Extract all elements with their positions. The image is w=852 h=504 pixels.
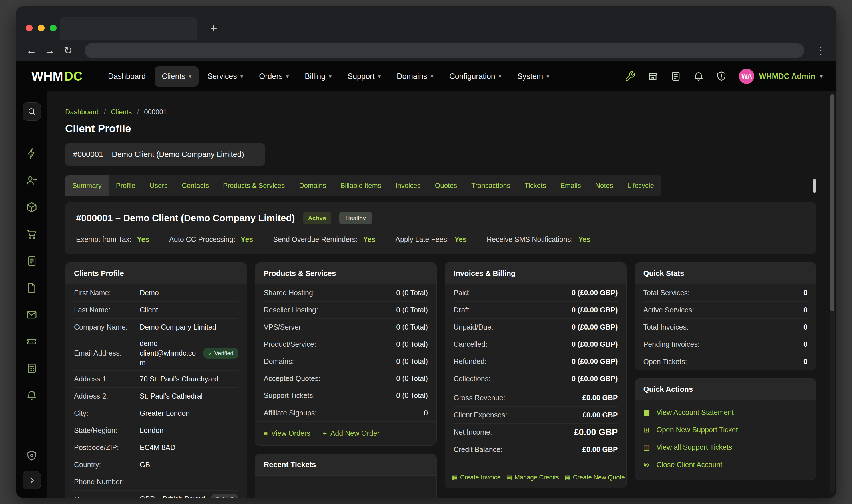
action-label: Close Client Account — [657, 461, 723, 469]
tab[interactable]: Emails — [553, 175, 588, 196]
menu-item[interactable]: Dashboard ▾ — [101, 66, 153, 87]
stat-row: Shared Hosting: 0 (0 Total) — [264, 284, 428, 302]
menu-item[interactable]: System ▾ — [510, 66, 556, 87]
main-menu: Dashboard ▾ Clients ▾ Services ▾ Or — [101, 66, 556, 87]
action-label: View all Support Tickets — [657, 443, 732, 451]
total-value: £0.00 GBP — [582, 446, 618, 454]
tab[interactable]: Transactions — [464, 175, 517, 196]
field-value: GBP – British Pound — [140, 494, 207, 498]
tab[interactable]: Contacts — [175, 175, 216, 196]
close-button[interactable] — [26, 24, 33, 31]
card-link[interactable]: ≡ View Orders — [264, 429, 310, 437]
action-label: Create Invoice — [460, 474, 501, 481]
new-tab-button[interactable]: + — [206, 21, 221, 36]
chevron-down-icon: ▾ — [241, 73, 243, 80]
page-title: Client Profile — [65, 123, 816, 135]
sidebar-expand-button[interactable] — [22, 471, 41, 489]
client-flags: Exempt from Tax: Yes Auto CC Processing:… — [76, 235, 805, 244]
bell-icon[interactable] — [693, 71, 704, 82]
tab[interactable]: Notes — [588, 175, 620, 196]
tab[interactable]: Domains — [292, 175, 333, 196]
cart-icon[interactable] — [26, 229, 37, 240]
shield-alert-icon[interactable] — [716, 71, 727, 82]
wrench-icon[interactable] — [625, 71, 636, 82]
client-tabs: Summary Profile Users Contacts Products … — [65, 175, 661, 196]
quick-action-link[interactable]: ▥ View all Support Tickets — [635, 438, 816, 456]
reload-button[interactable]: ↻ — [60, 42, 76, 58]
field-badge: Verified — [203, 348, 238, 359]
menu-item[interactable]: Support ▾ — [340, 66, 388, 87]
tab[interactable]: Invoices — [388, 175, 428, 196]
chevron-down-icon: ▾ — [378, 73, 381, 80]
invoices-rows: Paid: 0 (£0.00 GBP) Draft: 0 (£0.00 GBP) — [445, 284, 626, 387]
zoom-button[interactable] — [50, 24, 56, 31]
billing-action-link[interactable]: ▦ Create New Quote — [565, 474, 625, 481]
tab[interactable]: Quotes — [428, 175, 464, 196]
menu-item[interactable]: Billing ▾ — [298, 66, 339, 87]
quick-stats-rows: Total Services: 0 Active Services: 0 — [635, 284, 816, 370]
menu-item[interactable]: Configuration ▾ — [442, 66, 509, 87]
avatar[interactable]: WA — [739, 69, 754, 84]
bell-icon[interactable] — [26, 390, 37, 401]
menu-item[interactable]: Services ▾ — [200, 66, 250, 87]
sidebar-search-button[interactable] — [22, 102, 41, 121]
page-scrollbar[interactable] — [830, 94, 835, 493]
quick-action-link[interactable]: ▤ View Account Statement — [635, 404, 816, 421]
tabs-scrollbar[interactable] — [813, 179, 816, 193]
shield-icon[interactable] — [26, 450, 37, 462]
stat-row: Support Tickets: 0 (0 Total) — [264, 387, 428, 404]
breadcrumb-dashboard[interactable]: Dashboard — [65, 108, 99, 116]
flag-value: Yes — [137, 235, 149, 243]
card-link[interactable]: + Add New Order — [323, 429, 379, 437]
mail-icon[interactable] — [26, 309, 37, 320]
back-button[interactable]: ← — [23, 42, 39, 58]
action-icon: ⊗ — [643, 461, 652, 469]
scrollbar-thumb[interactable] — [830, 94, 834, 311]
menu-item[interactable]: Domains ▾ — [390, 66, 440, 87]
file-icon[interactable] — [26, 282, 37, 293]
package-icon[interactable] — [26, 202, 37, 213]
link-label: View Orders — [271, 429, 310, 437]
browser-tab[interactable] — [60, 17, 197, 40]
tab[interactable]: Users — [143, 175, 175, 196]
storefront-icon[interactable] — [647, 71, 658, 82]
tab[interactable]: Summary — [65, 175, 109, 196]
client-selector[interactable]: #000001 – Demo Client (Demo Company Limi… — [65, 143, 265, 166]
quick-action-link[interactable]: ⊗ Close Client Account — [635, 456, 816, 473]
menu-item[interactable]: Clients ▾ — [155, 66, 198, 87]
search-icon — [28, 107, 36, 116]
forward-button[interactable]: → — [42, 42, 58, 58]
minimize-button[interactable] — [38, 24, 45, 31]
invoice-icon[interactable] — [26, 255, 37, 267]
flag-value: Yes — [578, 235, 590, 243]
menu-item[interactable]: Orders ▾ — [252, 66, 296, 87]
account-menu[interactable]: WA WHMDC Admin ▾ — [739, 69, 822, 84]
ticket-icon[interactable] — [26, 336, 37, 347]
action-label: Manage Credits — [515, 474, 559, 481]
card-title: Invoices & Billing — [445, 263, 626, 284]
tab[interactable]: Tickets — [517, 175, 553, 196]
total-label: Client Expenses: — [454, 411, 507, 419]
browser-menu-button[interactable]: ⋮ — [813, 42, 829, 58]
tab[interactable]: Billable Items — [333, 175, 388, 196]
notepad-icon[interactable] — [670, 71, 681, 82]
stat-row: Reseller Hosting: 0 (0 Total) — [264, 302, 428, 319]
tab[interactable]: Products & Services — [216, 175, 292, 196]
stat-label: Total Services: — [643, 289, 690, 297]
billing-action-link[interactable]: ▦ Create Invoice — [452, 474, 501, 481]
total-row: Gross Revenue: £0.00 GBP — [454, 390, 618, 407]
stat-label: Refunded: — [454, 357, 486, 365]
billing-action-link[interactable]: ▤ Manage Credits — [507, 474, 559, 481]
field-label: Email Address: — [74, 349, 140, 357]
window-controls — [26, 24, 56, 31]
stat-row: Product/Service: 0 (0 Total) — [264, 336, 428, 353]
menu-item-label: System — [517, 72, 543, 81]
lightning-icon[interactable] — [26, 148, 37, 159]
tab[interactable]: Lifecycle — [620, 175, 661, 196]
url-bar[interactable] — [85, 43, 804, 58]
calculator-icon[interactable] — [26, 363, 37, 374]
quick-action-link[interactable]: ⊞ Open New Support Ticket — [635, 421, 816, 438]
user-plus-icon[interactable] — [26, 175, 37, 186]
breadcrumb-clients[interactable]: Clients — [111, 108, 132, 116]
tab[interactable]: Profile — [109, 175, 143, 196]
